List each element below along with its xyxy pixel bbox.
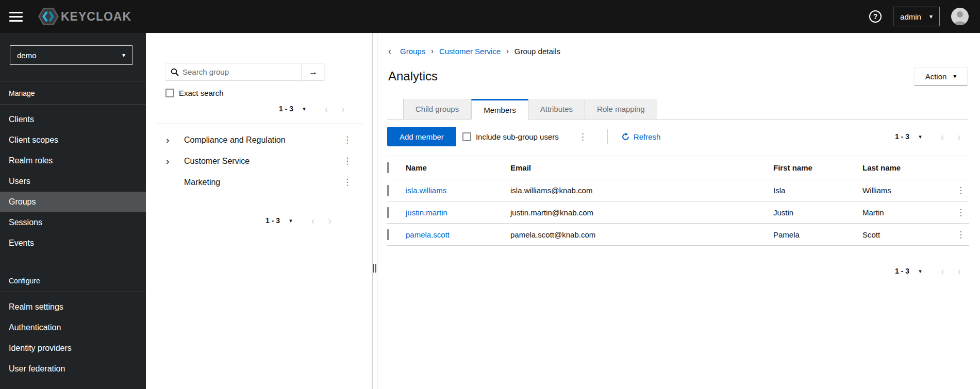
search-submit-button[interactable]: → <box>302 63 325 80</box>
caret-down-icon: ▾ <box>919 268 922 274</box>
expand-toggle-icon[interactable]: › <box>166 135 175 145</box>
nav-toggle-hamburger-icon[interactable] <box>9 12 23 22</box>
pagination-per-page-toggle[interactable]: ▾ <box>297 104 311 114</box>
back-chevron-icon[interactable]: ‹ <box>387 46 394 56</box>
pagination-per-page-toggle[interactable]: ▾ <box>913 131 927 142</box>
pagination-range: 1 - 3 <box>895 267 909 275</box>
panel-resizer[interactable] <box>372 33 377 389</box>
select-all-checkbox[interactable] <box>387 162 389 173</box>
user-dropdown[interactable]: admin ▾ <box>893 7 940 26</box>
sidebar-item-client-scopes[interactable]: Client scopes <box>0 130 146 150</box>
kebab-menu-icon[interactable]: ⋮ <box>340 176 355 189</box>
table-row: isla.williams isla.williams@knab.com Isl… <box>387 179 969 201</box>
search-group-input[interactable] <box>182 67 296 76</box>
member-email: justin.martin@knab.com <box>510 201 773 224</box>
exact-search-label: Exact search <box>179 89 224 97</box>
refresh-icon <box>622 133 629 141</box>
member-name-link[interactable]: justin.martin <box>406 208 447 217</box>
column-header-first-name: First name <box>773 156 862 179</box>
sidebar-item-identity-providers[interactable]: Identity providers <box>0 338 146 359</box>
sidebar-item-users[interactable]: Users <box>0 171 146 192</box>
tabs: Child groups Members Attributes Role map… <box>387 99 968 120</box>
caret-down-icon: ▾ <box>122 52 125 59</box>
previous-page-button[interactable]: ‹ <box>305 214 322 227</box>
previous-page-button[interactable]: ‹ <box>934 130 951 143</box>
pagination-range: 1 - 3 <box>895 132 909 141</box>
row-kebab-menu-icon[interactable]: ⋮ <box>953 184 968 197</box>
members-toolbar: Add member Include sub-group users ⋮ Ref… <box>387 127 968 146</box>
group-name[interactable]: Marketing <box>184 178 220 187</box>
search-icon <box>171 68 179 76</box>
tree-pagination-bottom: 1 - 3 ▾ ‹ › <box>146 214 372 227</box>
angle-left-icon: ‹ <box>941 131 944 142</box>
member-first-name: Justin <box>773 201 862 224</box>
sidebar-item-groups[interactable]: Groups <box>0 192 146 212</box>
include-subgroup-users-label: Include sub-group users <box>476 132 559 141</box>
group-name[interactable]: Customer Service <box>184 157 250 166</box>
next-page-button[interactable]: › <box>951 265 968 277</box>
sidebar-item-realm-settings[interactable]: Realm settings <box>0 297 146 317</box>
group-name[interactable]: Compliance and Regulation <box>184 136 286 145</box>
breadcrumb-customer-service-link[interactable]: Customer Service <box>439 47 501 56</box>
sidebar-item-user-federation[interactable]: User federation <box>0 359 146 379</box>
realm-selector[interactable]: demo ▾ <box>10 45 132 65</box>
expand-toggle-icon[interactable]: › <box>166 156 175 166</box>
tab-child-groups[interactable]: Child groups <box>403 99 471 120</box>
previous-page-button[interactable]: ‹ <box>934 265 951 277</box>
member-last-name: Martin <box>862 201 952 224</box>
add-member-button[interactable]: Add member <box>387 127 456 146</box>
manage-nav-list: Clients Client scopes Realm roles Users … <box>0 105 146 253</box>
angle-right-icon: › <box>957 131 961 142</box>
row-kebab-menu-icon[interactable]: ⋮ <box>953 228 968 241</box>
tree-pagination-top: 1 - 3 ▾ ‹ › <box>146 103 372 115</box>
angle-right-icon: › <box>328 215 331 226</box>
breadcrumb-separator-icon: › <box>431 47 434 55</box>
group-tree-list: › Compliance and Regulation ⋮ › Customer… <box>146 124 372 193</box>
pagination-per-page-toggle[interactable]: ▾ <box>913 266 927 277</box>
members-table: Name Email First name Last name isla.wil… <box>387 156 969 246</box>
caret-down-icon: ▾ <box>953 73 956 80</box>
masthead: KEYCLOAK ? admin ▾ <box>0 0 980 33</box>
pagination-per-page-toggle[interactable]: ▾ <box>284 215 297 226</box>
previous-page-button[interactable]: ‹ <box>318 103 335 115</box>
pagination-range: 1 - 3 <box>279 105 293 113</box>
tab-members[interactable]: Members <box>471 99 528 120</box>
row-kebab-menu-icon[interactable]: ⋮ <box>953 206 968 219</box>
sidebar-item-sessions[interactable]: Sessions <box>0 212 146 233</box>
members-pagination-bottom: 1 - 3 ▾ ‹ › <box>387 265 968 277</box>
row-checkbox[interactable] <box>387 185 389 196</box>
refresh-button[interactable]: Refresh <box>622 132 661 141</box>
include-subgroup-users-checkbox[interactable] <box>462 132 471 141</box>
tab-role-mapping[interactable]: Role mapping <box>585 99 657 120</box>
main-content: ‹ Groups › Customer Service › Group deta… <box>377 33 980 389</box>
kebab-menu-icon[interactable]: ⋮ <box>340 155 355 167</box>
member-name-link[interactable]: isla.williams <box>406 186 446 195</box>
angle-left-icon: ‹ <box>311 215 315 226</box>
sidebar-item-clients[interactable]: Clients <box>0 109 146 130</box>
member-first-name: Isla <box>773 179 862 201</box>
kebab-menu-icon[interactable]: ⋮ <box>575 130 590 143</box>
sidebar-item-events[interactable]: Events <box>0 233 146 253</box>
next-page-button[interactable]: › <box>951 130 968 143</box>
brand-text: KEYCLOAK <box>61 10 131 24</box>
next-page-button[interactable]: › <box>321 214 338 227</box>
member-name-link[interactable]: pamela.scott <box>406 230 450 239</box>
breadcrumb-current: Group details <box>514 47 560 56</box>
group-tree-panel: → Exact search 1 - 3 ▾ ‹ › › Compliance … <box>146 33 372 389</box>
exact-search-checkbox[interactable] <box>165 89 174 97</box>
sidebar: demo ▾ Manage Clients Client scopes Real… <box>0 33 146 389</box>
next-page-button[interactable]: › <box>335 103 352 115</box>
username: admin <box>900 12 921 21</box>
sidebar-item-realm-roles[interactable]: Realm roles <box>0 150 146 171</box>
row-checkbox[interactable] <box>387 207 389 218</box>
brand-logo[interactable]: KEYCLOAK <box>38 7 131 26</box>
angle-right-icon: › <box>957 265 961 277</box>
action-dropdown-button[interactable]: Action ▾ <box>914 67 968 86</box>
row-checkbox[interactable] <box>387 229 389 240</box>
avatar[interactable] <box>951 8 969 25</box>
help-icon[interactable]: ? <box>869 10 882 23</box>
breadcrumb-groups-link[interactable]: Groups <box>400 47 425 56</box>
kebab-menu-icon[interactable]: ⋮ <box>340 133 355 146</box>
tab-attributes[interactable]: Attributes <box>528 99 585 120</box>
sidebar-item-authentication[interactable]: Authentication <box>0 317 146 338</box>
